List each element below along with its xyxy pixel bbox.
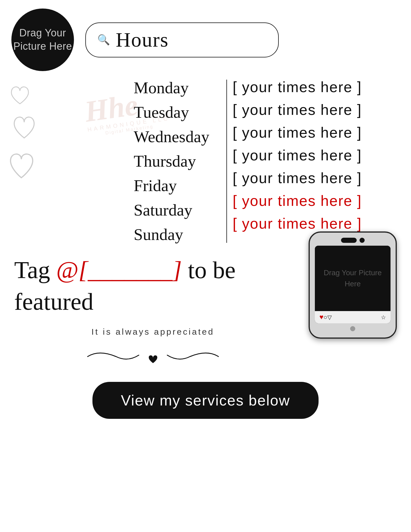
day-monday: Monday <box>134 80 209 96</box>
search-icon: 🔍 <box>97 34 110 46</box>
time-friday[interactable]: [ your times here ] <box>233 171 397 185</box>
phone-image-area: Drag Your Picture Here <box>315 246 391 311</box>
time-saturday[interactable]: [ your times here ] <box>233 193 397 208</box>
hours-label: Hours <box>116 28 169 52</box>
hearts-svg <box>4 82 50 202</box>
time-sunday[interactable]: [ your times here ] <box>233 216 397 231</box>
phone-camera-dot <box>360 238 365 243</box>
schedule-divider <box>226 80 227 243</box>
hearts-decoration <box>4 82 50 203</box>
appreciated-block: It is always appreciated <box>14 327 292 337</box>
phone-share-icon[interactable]: ▽ <box>327 314 332 321</box>
search-bar[interactable]: 🔍 Hours <box>85 22 279 57</box>
swirl-decoration <box>14 347 292 368</box>
swirl-svg <box>82 347 224 367</box>
phone-bookmark-icon[interactable]: ☆ <box>381 314 386 321</box>
day-tuesday: Tuesday <box>134 104 209 121</box>
profile-circle: Drag Your Picture Here <box>11 9 74 71</box>
phone-home-dot <box>350 326 355 331</box>
phone-heart-icon[interactable]: ♥ <box>319 313 323 321</box>
top-section: Drag Your Picture Here 🔍 Hours <box>0 0 411 74</box>
tag-text-block: Tag @[_______] to be featured <box>14 254 292 317</box>
day-sunday: Sunday <box>134 226 209 243</box>
phone-action-bar: ♥ ○ ▽ ☆ <box>315 311 391 323</box>
day-saturday: Saturday <box>134 202 209 218</box>
day-thursday: Thursday <box>134 153 209 169</box>
time-thursday[interactable]: [ your times here ] <box>233 148 397 163</box>
day-friday: Friday <box>134 177 209 194</box>
tag-area: Tag @[_______] to be featured It is alwa… <box>14 254 292 368</box>
days-column: Monday Tuesday Wednesday Thursday Friday… <box>134 80 221 243</box>
phone-screen: Drag Your Picture Here ♥ ○ ▽ ☆ <box>315 246 391 323</box>
bottom-section: Tag @[_______] to be featured It is alwa… <box>0 243 411 368</box>
phone-comment-icon[interactable]: ○ <box>323 314 327 321</box>
phone-camera-pill <box>341 238 357 243</box>
appreciated-text: It is always appreciated <box>14 327 292 337</box>
phone-placeholder-text: Drag Your Picture Here <box>315 267 391 289</box>
schedule-content: Monday Tuesday Wednesday Thursday Friday… <box>71 80 397 243</box>
phone-outer: Drag Your Picture Here ♥ ○ ▽ ☆ <box>309 231 397 339</box>
view-services-button[interactable]: View my services below <box>92 382 319 419</box>
tag-prefix: Tag <box>14 256 56 283</box>
phone-top-bar <box>315 238 391 243</box>
time-tuesday[interactable]: [ your times here ] <box>233 102 397 117</box>
schedule-section: Hhe HARMONIQUE LLC Digital Marketing Mon… <box>0 74 411 243</box>
profile-placeholder-text: Drag Your Picture Here <box>11 26 74 53</box>
times-column: [ your times here ] [ your times here ] … <box>233 80 397 243</box>
tag-handle[interactable]: @[_______] <box>56 256 182 283</box>
services-section: View my services below <box>0 368 411 430</box>
time-wednesday[interactable]: [ your times here ] <box>233 125 397 140</box>
phone-mockup-container: Drag Your Picture Here ♥ ○ ▽ ☆ <box>309 231 397 339</box>
time-monday[interactable]: [ your times here ] <box>233 80 397 94</box>
day-wednesday: Wednesday <box>134 129 209 145</box>
